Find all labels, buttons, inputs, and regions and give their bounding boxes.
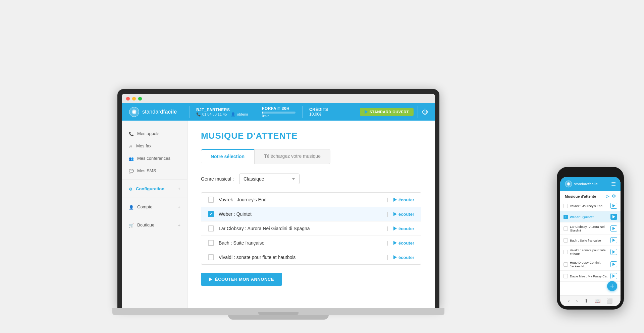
ecouter-btn-3[interactable]: écouter [393,226,414,231]
settings-icon[interactable]: ⚙ [612,194,616,199]
phone-play-box-1[interactable] [610,203,617,209]
sidebar-divider-2 [122,198,187,198]
sidebar-item-sms[interactable]: Mes SMS [122,164,187,177]
conf-icon [129,155,134,161]
music-item-1[interactable]: Vavrek : Journey's End | écouter [201,193,421,207]
phone-checkbox-3[interactable] [564,226,568,231]
divider: | [387,197,388,202]
tabs-icon[interactable]: ⬜ [607,298,612,304]
sidebar-item-fax[interactable]: Mes fax [122,140,187,152]
phone-icon [129,131,134,136]
play-icon-2 [393,212,397,216]
phone-checkbox-6[interactable] [564,262,568,267]
ecouter-btn-2[interactable]: écouter [393,212,414,217]
phone-play-box-7[interactable] [610,273,617,279]
ecouter-annonce-button[interactable]: ÉCOUTER MON ANNONCE [201,273,282,286]
ecouter-btn-4[interactable]: écouter [393,241,414,246]
close-dot[interactable] [126,97,130,101]
annonce-play-icon [209,277,212,281]
phone-icon: 📞 [196,112,201,117]
expand-icon: + [178,186,180,192]
phone-music-item-7[interactable]: Dazie Mae : My Pussy Cat [560,271,621,282]
laptop-screen-inner: standardfacile BJT_PARTNERS 📞 01 84 60 1… [122,94,435,308]
music-name-4: Bach : Suite française [219,240,381,246]
phone-play-box-2[interactable] [610,214,617,220]
bookmarks-icon[interactable]: 📖 [595,298,600,304]
sidebar-item-appels[interactable]: Mes appels [122,127,187,140]
phone-notch [580,171,600,176]
phone-bottom-bar: ‹ › ⬆ 📖 ⬜ [560,295,621,306]
phone-music-item-4[interactable]: Bach : Suite française [560,235,621,246]
phone-play-box-3[interactable] [610,225,617,231]
sidebar-item-compte[interactable]: Compte + [122,201,187,213]
power-icon[interactable]: ⏻ [422,109,428,116]
checkbox-1[interactable] [208,197,214,203]
checkbox-4[interactable] [208,240,214,246]
phone-checkbox-4[interactable] [564,238,568,243]
play-icon-3 [393,226,397,230]
sidebar-item-configuration[interactable]: Configuration + [122,183,187,195]
phone-checkbox-1[interactable] [564,204,568,208]
phone-checkbox-7[interactable] [564,274,568,278]
fab-button[interactable]: ✛ [607,281,617,291]
phone-checkbox-5[interactable] [564,250,568,254]
phone-section-icons: ▷ ⚙ [606,194,616,199]
sidebar-item-conferences[interactable]: Mes conférences [122,152,187,164]
header-right: STANDARD OUVERT ⏻ [360,106,428,118]
page-title: MUSIQUE D'ATTENTE [201,131,421,141]
phone-music-item-3[interactable]: Lar Clobsay : Aurora Nei Giardini [560,222,621,235]
laptop-wrapper: standardfacile BJT_PARTNERS 📞 01 84 60 1… [20,89,537,320]
divider-3: | [387,226,388,231]
tab-notre-selection[interactable]: Notre sélection [201,149,254,164]
account-icon [129,204,134,210]
ecouter-btn-5[interactable]: écouter [393,255,414,260]
music-list: Vavrek : Journey's End | écouter Weber :… [201,192,421,265]
phone-notch-area [560,170,621,177]
phone-music-item-2[interactable]: ✓ Weber : Quintet [560,211,621,222]
phone-logo-text: standardfacile [574,182,598,186]
phone-music-item-1[interactable]: Vavrek : Journey's End [560,200,621,211]
music-item-4[interactable]: Bach : Suite française | écouter [201,236,421,250]
phone-checkbox-2[interactable]: ✓ [564,215,568,219]
tab-telechargez[interactable]: Téléchargez votre musique [254,149,330,164]
phone-play-box-6[interactable] [610,261,617,267]
phone-play-box-5[interactable] [610,249,617,255]
ecouter-btn-1[interactable]: écouter [393,197,414,202]
phone-music-name-1: Vavrek : Journey's End [570,204,608,208]
standard-button[interactable]: STANDARD OUVERT [360,108,414,116]
checkbox-3[interactable] [208,225,214,231]
sidebar-item-boutique[interactable]: Boutique + [122,219,187,231]
play-circle-icon[interactable]: ▷ [606,194,609,199]
forfait-progress-fill [262,112,263,114]
phone-section-title: Musique d'attente ▷ ⚙ [560,191,621,200]
minimize-dot[interactable] [132,97,136,101]
genre-select[interactable]: Classique Jazz Pop Rock [239,174,300,184]
phone-music-list: Vavrek : Journey's End ✓ Weber : Quintet [560,200,621,295]
back-icon[interactable]: ‹ [568,298,570,304]
phone-music-item-6[interactable]: Hugo Droopy Contini : Jackies Id... [560,258,621,271]
logo-text: standardfacile [142,109,177,115]
fullscreen-dot[interactable] [138,97,142,101]
phone-play-6 [612,263,615,266]
sidebar: Mes appels Mes fax Mes conférences [122,121,187,308]
phone-music-name-7: Dazie Mae : My Pussy Cat [570,274,608,278]
music-item-3[interactable]: Lar Clobsay : Aurora Nei Giardini di Spa… [201,221,421,236]
laptop-base [112,308,444,315]
account-name: BJT_PARTNERS [196,108,230,112]
expand-icon-3: + [178,222,180,228]
phone-music-name-2: Weber : Quintet [570,215,608,219]
phone-play-1 [612,204,615,207]
phone-music-item-5[interactable]: Vivaldi : sonate pour flute et haut [560,246,621,258]
phone-play-4 [612,239,615,242]
checkbox-5[interactable] [208,254,214,260]
genre-row: Genre musical : Classique Jazz Pop Rock [201,174,421,184]
music-item-5[interactable]: Vivaldi : sonate pour flute et hautbois … [201,250,421,264]
share-icon[interactable]: ⬆ [584,298,588,304]
music-item-2[interactable]: Weber : Quintet | écouter [201,207,421,221]
forward-icon[interactable]: › [576,298,578,304]
music-name-3: Lar Clobsay : Aurora Nei Giardini di Spa… [219,226,381,231]
checkbox-2[interactable] [208,211,214,217]
phone-play-box-4[interactable] [610,237,617,243]
phone-music-name-4: Bach : Suite française [570,239,608,242]
hamburger-icon[interactable]: ☰ [611,181,616,187]
